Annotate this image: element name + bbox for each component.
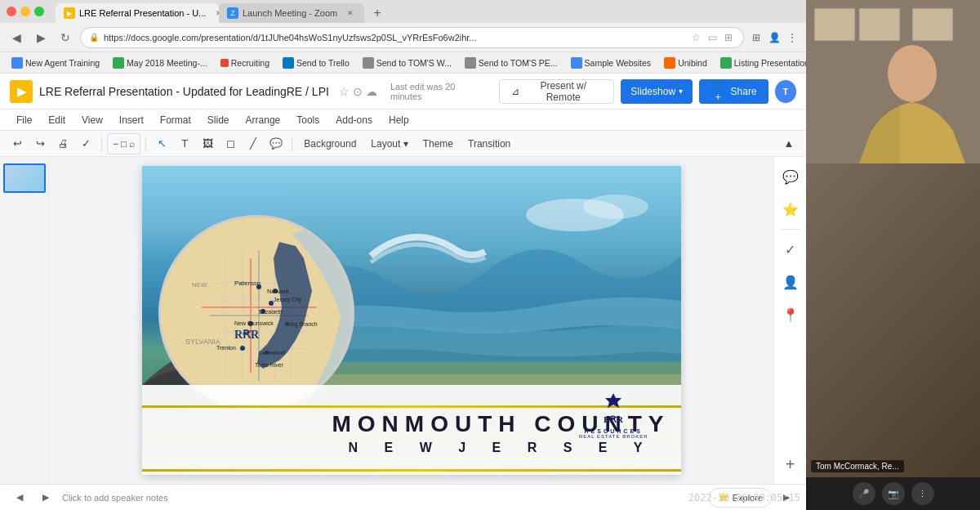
menu-slide[interactable]: Slide (201, 113, 236, 128)
bookmark-star-icon[interactable]: ☆ (689, 31, 702, 44)
slides-logo: ▶ (10, 80, 33, 103)
bookmark-new-agent[interactable]: New Agent Training (7, 56, 105, 70)
bookmark-recruiting[interactable]: Recruiting (216, 56, 274, 69)
present-with-remote-button[interactable]: ⊿ Present w/ Remote (499, 79, 614, 104)
image-tool[interactable]: 🖼 (197, 133, 218, 154)
menu-file[interactable]: File (10, 113, 38, 128)
move-to-drive-icon[interactable]: ⊙ (353, 85, 363, 98)
menu-addons[interactable]: Add-ons (329, 113, 379, 128)
video-panel: Tom McCormack, Re... 🎤 📷 ⋮ (806, 0, 980, 510)
slideshow-button[interactable]: Slideshow ▾ (621, 79, 693, 104)
prev-slide-button[interactable]: ◀ (10, 490, 29, 504)
bookmark-sample[interactable]: Sample Websites (566, 56, 657, 70)
slides-tab-close[interactable]: ✕ (213, 7, 219, 19)
cloud-save-icon[interactable]: ☁ (366, 85, 377, 98)
map-pin-icon[interactable]: 📍 (777, 302, 804, 328)
menu-insert[interactable]: Insert (113, 113, 150, 128)
map-circle: Paterson Newark Jersey City Elizabeth Ne… (158, 215, 354, 411)
slides-right-sidebar: 💬 ⭐ ✓ 👤 📍 + (773, 157, 806, 484)
svg-point-24 (240, 346, 245, 351)
bookmark-may-meeting[interactable]: May 2018 Meeting-... (108, 56, 212, 70)
layout-button[interactable]: Layout ▾ (364, 136, 414, 151)
slides-header: ▶ LRE Referral Presentation - Updated fo… (0, 74, 806, 110)
bookmark-listing[interactable]: Listing Presentation (715, 56, 806, 70)
user-circle-icon[interactable]: 👤 (777, 269, 804, 295)
extensions-button[interactable]: ⊞ (749, 30, 764, 45)
close-window-button[interactable] (7, 7, 16, 16)
line-tool[interactable]: ╱ (243, 133, 264, 154)
more-options-button[interactable]: ⋮ (911, 482, 934, 505)
background-button[interactable]: Background (297, 136, 363, 151)
state-text: N E W J E R S E Y (332, 441, 670, 455)
minimize-window-button[interactable] (20, 7, 30, 16)
menu-arrange[interactable]: Arrange (239, 113, 287, 128)
speaker-notes-area[interactable]: Click to add speaker notes (62, 493, 168, 503)
print-button[interactable]: 🖨 (52, 133, 74, 154)
bookmark-label: May 2018 Meeting-... (127, 58, 207, 68)
menu-view[interactable]: View (75, 113, 109, 128)
svg-text:New Brunswick: New Brunswick (234, 320, 274, 326)
back-button[interactable]: ◀ (7, 28, 26, 47)
address-bar[interactable]: 🔒 https://docs.google.com/presentation/d… (80, 27, 744, 48)
redo-button[interactable]: ↪ (29, 133, 51, 154)
svg-text:Newark: Newark (267, 288, 290, 295)
cast-icon[interactable]: ▭ (706, 31, 719, 44)
toolbar-divider-1 (101, 136, 102, 152)
share-button[interactable]: 👤+ Share (699, 79, 768, 104)
share-icon: 👤+ (710, 80, 726, 103)
slides-main: Paterson Newark Jersey City Elizabeth Ne… (0, 157, 806, 484)
bookmark-trello[interactable]: Send to Trello (278, 56, 354, 70)
menu-edit[interactable]: Edit (42, 113, 72, 128)
svg-point-43 (888, 45, 937, 102)
add-sidebar-button[interactable]: + (777, 451, 804, 477)
video-top: Tom McCormack, Re... (806, 0, 980, 477)
zoom-tab-label: Launch Meeting - Zoom (243, 8, 337, 18)
new-tab-button[interactable]: + (368, 3, 387, 23)
user-avatar[interactable]: T (775, 80, 796, 103)
menu-tools[interactable]: Tools (290, 113, 326, 128)
nav-extra-icons: ⊞ 👤 ⋮ (749, 30, 800, 45)
profile-button[interactable]: 👤 (767, 30, 782, 45)
comments-icon[interactable]: 💬 (777, 163, 804, 190)
tabs-bar: ▶ LRE Referral Presentation - U... ✕ Z L… (56, 0, 800, 23)
forward-button[interactable]: ▶ (31, 28, 51, 47)
refresh-button[interactable]: ↻ (56, 28, 75, 47)
cursor-tool[interactable]: ↖ (151, 133, 172, 154)
present-icon: ⊿ (511, 86, 519, 97)
menu-format[interactable]: Format (154, 113, 198, 128)
theme-button[interactable]: Theme (416, 136, 460, 151)
bookmark-label: Unibind (678, 58, 707, 68)
star-icon[interactable]: ☆ (339, 85, 350, 98)
extension-icon[interactable]: ⊞ (722, 31, 735, 44)
menu-button[interactable]: ⋮ (785, 30, 800, 45)
menu-help[interactable]: Help (382, 113, 416, 128)
fullscreen-window-button[interactable] (34, 7, 44, 16)
bookmark-toms-w[interactable]: Send to TOM'S W... (358, 56, 457, 70)
zoom-tab-close[interactable]: ✕ (345, 7, 356, 19)
video-controls: 🎤 📷 ⋮ (806, 477, 980, 510)
mic-button[interactable]: 🎤 (853, 482, 875, 505)
bookmark-label: Listing Presentation (734, 58, 806, 68)
spellcheck-button[interactable]: ✓ (75, 133, 96, 154)
slide-editor[interactable]: Paterson Newark Jersey City Elizabeth Ne… (49, 157, 773, 484)
next-slide-button[interactable]: ▶ (36, 490, 56, 504)
bookmark-toms-pe[interactable]: Send to TOM'S PE... (460, 56, 563, 70)
collapse-sidebar-button[interactable]: ▲ (778, 133, 800, 154)
tab-slides[interactable]: ▶ LRE Referral Presentation - U... ✕ (56, 3, 219, 23)
undo-button[interactable]: ↩ (7, 133, 28, 154)
zoom-control[interactable]: − □ ⌕ (107, 133, 140, 154)
reactions-icon[interactable]: ⭐ (777, 196, 804, 222)
text-tool[interactable]: T (174, 133, 195, 154)
transition-button[interactable]: Transition (461, 136, 517, 151)
map-inner: Paterson Newark Jersey City Elizabeth Ne… (161, 217, 352, 409)
map-svg: Paterson Newark Jersey City Elizabeth Ne… (161, 217, 354, 411)
toolbar-divider-2 (145, 136, 146, 152)
camera-button[interactable]: 📷 (882, 482, 905, 505)
slide-thumbnail-1[interactable] (3, 163, 46, 193)
doc-title[interactable]: LRE Referral Presentation - Updated for … (39, 85, 329, 98)
shape-tool[interactable]: ◻ (220, 133, 241, 154)
bookmark-unibind[interactable]: Unibind (659, 56, 712, 70)
comment-tool[interactable]: 💬 (265, 133, 287, 154)
tab-zoom[interactable]: Z Launch Meeting - Zoom ✕ (219, 3, 364, 23)
checkmark-icon[interactable]: ✓ (777, 236, 804, 262)
